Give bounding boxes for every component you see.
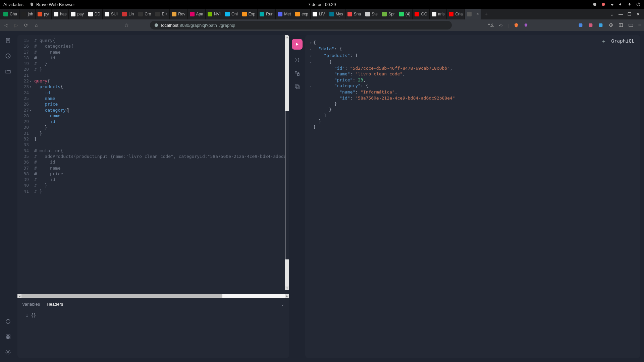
vertical-scrollbar[interactable]: ▴ ▾	[285, 35, 289, 290]
home-button[interactable]: ⌂	[33, 22, 40, 28]
address-bar[interactable]: localhost:8080/graphiql?path=/graphql	[150, 21, 452, 29]
browser-tab[interactable]: Ste	[363, 9, 380, 19]
browser-tab[interactable]: has	[52, 9, 69, 19]
scroll-thumb[interactable]	[285, 111, 289, 259]
brave-shields-icon[interactable]	[524, 23, 528, 27]
merge-icon[interactable]	[294, 70, 300, 76]
minimize-icon[interactable]: —	[619, 12, 623, 17]
docs-icon[interactable]	[5, 38, 11, 44]
discord-tray-icon[interactable]	[592, 2, 597, 7]
brave-rewards-icon[interactable]	[514, 22, 519, 28]
volume-icon[interactable]	[619, 2, 623, 7]
browser-tab[interactable]: ×	[465, 9, 481, 19]
browser-tab[interactable]: Exp	[240, 9, 258, 19]
tab-label: Cro	[145, 12, 151, 16]
tab-label: Sna	[354, 12, 361, 16]
browser-tab[interactable]: Rev	[170, 9, 187, 19]
query-code[interactable]: # query{# categories{# name# id# }# }que…	[31, 35, 289, 294]
tab-favicon	[449, 12, 453, 16]
extensions-menu-icon[interactable]	[608, 22, 613, 28]
tab-favicon	[260, 12, 264, 16]
prettify-icon[interactable]	[294, 57, 300, 63]
browser-tab[interactable]: Apa	[188, 9, 206, 19]
refetch-icon[interactable]	[5, 318, 11, 324]
current-app[interactable]: Brave Web Browser	[30, 2, 75, 7]
browser-tab[interactable]: Onl	[223, 9, 240, 19]
app-tray-icon[interactable]	[601, 2, 606, 7]
window-close-icon[interactable]: ✕	[636, 12, 640, 17]
browser-tab[interactable]: Cro	[136, 9, 153, 19]
browser-tab[interactable]: Lin	[120, 9, 136, 19]
explorer-icon[interactable]	[5, 68, 11, 74]
tab-label: Apa	[196, 12, 203, 16]
add-tab-button[interactable]: ＋	[601, 38, 606, 44]
browser-tab[interactable]: Cha	[1, 9, 19, 19]
scroll-up-arrow[interactable]: ▴	[285, 35, 289, 39]
execute-button[interactable]	[292, 39, 303, 50]
clock[interactable]: 7 de out 00:29	[308, 2, 336, 7]
activities-menu[interactable]: Atividades	[3, 2, 23, 7]
browser-tab[interactable]: (4)	[397, 9, 413, 19]
new-tab-button[interactable]: +	[481, 9, 491, 19]
power-icon[interactable]	[636, 2, 641, 7]
browser-tab[interactable]: joh	[19, 9, 36, 19]
tab-label: Cha	[10, 12, 17, 16]
browser-tab[interactable]: aris	[430, 9, 447, 19]
forward-button[interactable]: ▷	[13, 22, 19, 28]
browser-tab[interactable]: Spr	[380, 9, 397, 19]
scroll-right-arrow[interactable]: ▸	[285, 294, 289, 298]
wallet-icon[interactable]	[628, 22, 634, 28]
tab-close-icon[interactable]: ×	[476, 12, 479, 16]
query-editor[interactable]: 1516171819202122▾23▾24252627▾28293031323…	[17, 35, 289, 294]
extension-icon-1[interactable]	[578, 22, 583, 28]
bookmark-button[interactable]: ☆	[123, 22, 130, 28]
share-icon[interactable]: <·	[499, 23, 503, 28]
browser-tab[interactable]: LIV	[311, 9, 327, 19]
browser-tab[interactable]: pay	[69, 9, 86, 19]
browser-tab[interactable]: Mys	[327, 9, 345, 19]
history-icon[interactable]	[5, 53, 11, 59]
scroll-left-arrow[interactable]: ◂	[17, 294, 21, 298]
collapse-chevron-icon[interactable]: ⌄	[281, 302, 284, 307]
settings-icon[interactable]	[5, 349, 11, 355]
browser-tab[interactable]: Cria	[447, 9, 465, 19]
browser-tab[interactable]: GO	[413, 9, 430, 19]
maximize-icon[interactable]: ❐	[628, 12, 632, 17]
headers-content[interactable]: {}	[31, 313, 36, 318]
browser-tab[interactable]: SUI	[103, 9, 120, 19]
shortcuts-icon[interactable]	[5, 334, 11, 340]
reload-button[interactable]: ⟳	[23, 22, 30, 28]
sidebar-toggle-icon[interactable]	[618, 22, 624, 28]
tab-label: Ste	[372, 12, 378, 16]
browser-tab[interactable]: Sna	[345, 9, 363, 19]
browser-tab[interactable]: Run	[258, 9, 276, 19]
browser-tab[interactable]: Elit	[153, 9, 170, 19]
mic-icon[interactable]	[627, 2, 632, 7]
copy-icon[interactable]	[294, 84, 300, 90]
tab-headers[interactable]: Headers	[47, 302, 63, 307]
response-json[interactable]: ▾{▾ "data": {▾ "products": [▾ { "id": "5…	[310, 40, 635, 130]
tab-label: Spr	[388, 12, 395, 16]
site-info-icon[interactable]	[154, 23, 159, 27]
browser-tab[interactable]: exp	[293, 9, 310, 19]
hscroll-thumb[interactable]	[21, 294, 222, 298]
browser-tab[interactable]: pyt	[36, 9, 52, 19]
wifi-icon[interactable]	[610, 2, 614, 7]
browser-tab[interactable]: NVI	[206, 9, 223, 19]
extension-icon-3[interactable]	[598, 22, 603, 28]
os-topbar: Atividades Brave Web Browser 7 de out 00…	[0, 0, 644, 9]
tab-favicon	[155, 12, 160, 16]
tab-variables[interactable]: Variables	[22, 302, 40, 307]
translate-icon[interactable]: ᴬ文	[488, 22, 494, 28]
chevron-down-icon[interactable]: ⌄	[610, 12, 614, 17]
browser-tab[interactable]: DD	[86, 9, 103, 19]
extension-icon-2[interactable]	[588, 22, 593, 28]
back-button[interactable]: ◁	[3, 22, 9, 28]
browser-tab[interactable]: Met	[276, 9, 293, 19]
svg-rect-11	[6, 335, 8, 337]
tab-label: pay	[77, 12, 84, 16]
headers-editor[interactable]: 1 {}	[17, 310, 289, 358]
scroll-down-arrow[interactable]: ▾	[285, 286, 289, 290]
horizontal-scrollbar[interactable]: ◂ ▸	[17, 294, 289, 298]
app-menu-button[interactable]: ≡	[638, 22, 641, 28]
